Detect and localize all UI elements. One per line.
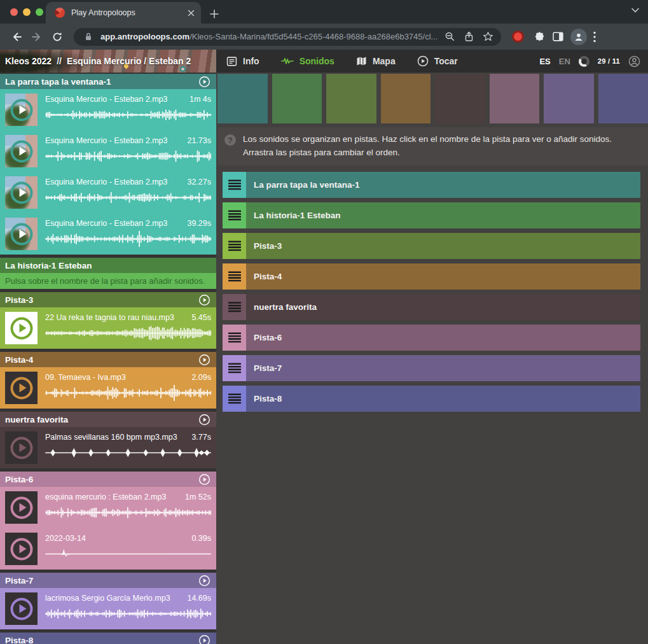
clip-thumbnail[interactable]: [5, 592, 38, 625]
track-row[interactable]: La parra tapa la ventana-1: [223, 172, 640, 198]
clip-waveform[interactable]: [45, 546, 211, 562]
clip-thumbnail[interactable]: [5, 491, 38, 524]
sound-clip[interactable]: lacrimosa Sergio García Merlo.mp3 14.69s: [0, 588, 216, 629]
profile-avatar[interactable]: [570, 29, 587, 45]
clip-play-icon[interactable]: [10, 496, 32, 519]
track-play-icon[interactable]: [198, 575, 210, 587]
clip-play-icon[interactable]: [10, 377, 32, 399]
track-color-swatch-8[interactable]: [598, 74, 648, 123]
sound-clip[interactable]: Esquina Mercurio - Esteban 2.mp3 1m 4s: [0, 89, 216, 130]
track-play-icon[interactable]: [198, 294, 210, 306]
sidebar-track-header[interactable]: Pista-7: [0, 573, 216, 588]
clip-waveform[interactable]: [45, 107, 211, 123]
track-play-icon[interactable]: [198, 354, 210, 366]
sound-clip[interactable]: Esquina Mercurio - Esteban 2.mp3 32.27s: [0, 172, 216, 213]
forward-icon[interactable]: [29, 29, 45, 45]
nav-info[interactable]: Info: [226, 56, 259, 67]
tab-close-icon[interactable]: [188, 10, 195, 17]
browser-menu-kebab-icon[interactable]: [593, 31, 596, 43]
sidebar-track-header[interactable]: Pista-6: [0, 472, 216, 487]
drag-handle-icon[interactable]: [223, 355, 246, 381]
track-row[interactable]: Pista-6: [223, 325, 640, 351]
breadcrumb[interactable]: Kleos 2022 // Esquina Mercurio / Esteban…: [0, 50, 216, 73]
track-color-swatch-5[interactable]: [435, 74, 485, 123]
sound-clip[interactable]: Palmas sevillanas 160 bpm mp3.mp3 3.77s: [0, 427, 216, 468]
clip-play-icon[interactable]: [10, 223, 32, 245]
sound-clip[interactable]: 22 Ua reka te tagnia to rau niau.mp3 5.4…: [0, 307, 216, 349]
sidebar-track-header[interactable]: La parra tapa la ventana-1: [0, 74, 216, 89]
clip-thumbnail[interactable]: [5, 176, 38, 209]
sound-clip[interactable]: Esquina Mercurio - Esteban 2.mp3 39.29s: [0, 213, 216, 255]
zoom-window-button[interactable]: [36, 8, 43, 16]
track-color-swatch-1[interactable]: [217, 74, 268, 123]
breadcrumb-project[interactable]: Kleos 2022: [5, 56, 52, 66]
track-row[interactable]: Pista-4: [223, 263, 640, 290]
sidebar-track-header[interactable]: Pista-3: [0, 292, 216, 307]
screen-record-indicator-icon[interactable]: [514, 32, 522, 41]
minimize-window-button[interactable]: [23, 8, 31, 16]
clip-play-icon[interactable]: [10, 538, 32, 560]
back-icon[interactable]: [9, 29, 24, 45]
reload-icon[interactable]: [50, 29, 65, 45]
lang-en[interactable]: EN: [559, 57, 570, 66]
clip-play-icon[interactable]: [10, 181, 32, 204]
share-icon[interactable]: [462, 30, 476, 44]
clip-waveform[interactable]: [45, 148, 211, 164]
sidebar-track-header[interactable]: La historia-1 Esteban: [0, 258, 216, 273]
clip-play-icon[interactable]: [10, 437, 32, 459]
drag-handle-icon[interactable]: [223, 172, 246, 198]
extensions-puzzle-icon[interactable]: [534, 31, 546, 43]
clip-waveform[interactable]: [45, 606, 211, 622]
nav-mapa[interactable]: Mapa: [356, 56, 396, 66]
track-play-icon[interactable]: [198, 634, 210, 644]
sound-clip[interactable]: 09. Temaeva - Iva.mp3 2.09s: [0, 367, 216, 409]
clip-thumbnail[interactable]: [5, 312, 38, 344]
drag-handle-icon[interactable]: [223, 325, 246, 351]
track-play-icon[interactable]: [198, 473, 210, 486]
clip-thumbnail[interactable]: [5, 94, 38, 126]
clip-play-icon[interactable]: [10, 317, 32, 339]
track-row[interactable]: La historia-1 Esteban: [223, 202, 640, 228]
clip-thumbnail[interactable]: [5, 533, 38, 565]
track-color-swatch-4[interactable]: [381, 74, 431, 123]
sound-clip[interactable]: 2022-03-14 0.39s: [0, 528, 216, 570]
clip-waveform[interactable]: [45, 445, 211, 461]
clip-play-icon[interactable]: [10, 99, 32, 121]
clip-thumbnail[interactable]: [5, 218, 38, 250]
drag-handle-icon[interactable]: [223, 386, 246, 412]
track-row[interactable]: Pista-7: [223, 355, 640, 381]
clip-waveform[interactable]: [45, 505, 211, 521]
drag-handle-icon[interactable]: [223, 202, 246, 228]
zoom-out-icon[interactable]: [443, 30, 457, 44]
new-tab-button[interactable]: [210, 10, 219, 18]
track-row[interactable]: Pista-3: [223, 233, 640, 259]
nav-tocar[interactable]: Tocar: [417, 55, 458, 67]
sound-clip[interactable]: Esquina Mercurio - Esteban 2.mp3 21.73s: [0, 130, 216, 172]
clip-waveform[interactable]: [45, 325, 211, 341]
track-color-swatch-3[interactable]: [326, 74, 376, 123]
close-window-button[interactable]: [10, 8, 18, 16]
bookmark-star-icon[interactable]: [481, 30, 495, 44]
track-color-swatch-6[interactable]: [490, 74, 540, 123]
lang-es[interactable]: ES: [539, 57, 550, 66]
sound-clip[interactable]: esquina mercurio : Esteban 2.mp3 1m 52s: [0, 487, 216, 528]
lock-icon[interactable]: [81, 30, 95, 44]
clip-play-icon[interactable]: [10, 598, 32, 620]
clip-waveform[interactable]: [45, 190, 211, 206]
clip-thumbnail[interactable]: [5, 135, 38, 167]
track-color-swatch-2[interactable]: [272, 74, 322, 123]
track-row[interactable]: nuertra favorita: [223, 294, 640, 320]
account-icon[interactable]: [628, 55, 640, 67]
nav-sonidos[interactable]: Sonidos: [281, 56, 334, 66]
browser-tab[interactable]: Play Antropoloops: [46, 2, 201, 24]
sidebar-track-header[interactable]: nuertra favorita: [0, 412, 216, 427]
track-color-swatch-7[interactable]: [544, 74, 594, 123]
drag-handle-icon[interactable]: [223, 233, 246, 259]
address-bar[interactable]: app.antropoloops.com/Kleos-Santa-Marina/…: [74, 28, 501, 46]
clip-thumbnail[interactable]: [5, 431, 38, 464]
sidebar-track-header[interactable]: Pista-4: [0, 352, 216, 367]
track-play-icon[interactable]: [198, 414, 210, 426]
sidebar-track-header[interactable]: Pista-8: [0, 633, 216, 644]
drag-handle-icon[interactable]: [223, 294, 246, 320]
clip-waveform[interactable]: [45, 231, 211, 247]
